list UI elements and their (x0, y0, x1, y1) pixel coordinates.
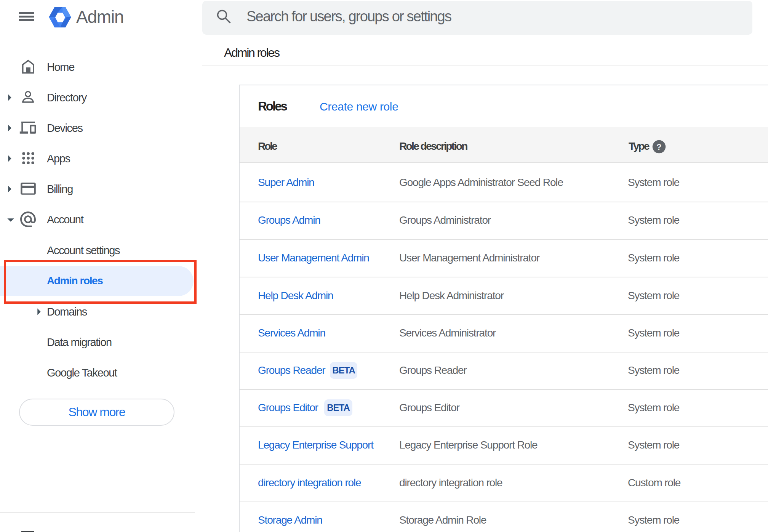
svg-text:?: ? (656, 142, 661, 152)
